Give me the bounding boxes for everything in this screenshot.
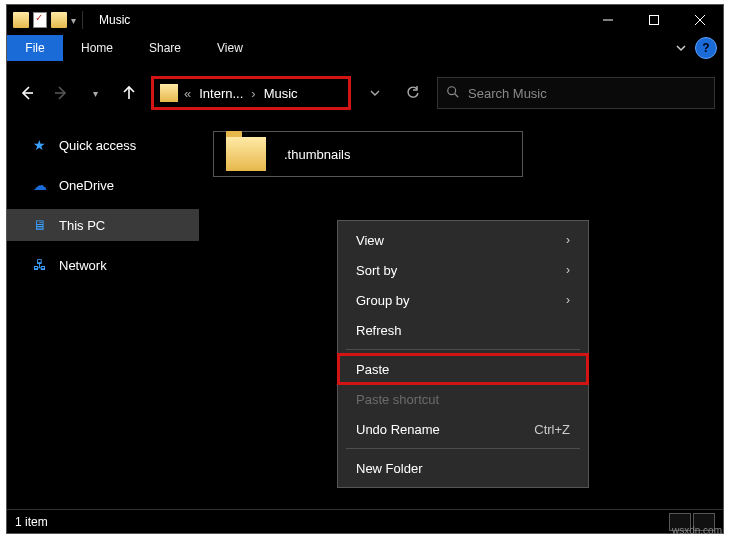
menu-group-by[interactable]: Group by › (338, 285, 588, 315)
folder-icon-small[interactable] (51, 12, 67, 28)
title-bar: ▾ Music (7, 5, 723, 35)
quick-access-toolbar: ▾ (7, 12, 76, 28)
chevron-right-icon: › (566, 263, 570, 277)
sidebar-item-quick-access[interactable]: ★ Quick access (7, 129, 199, 161)
menu-divider (346, 349, 580, 350)
chevron-right-icon: › (566, 233, 570, 247)
qat-dropdown-icon[interactable]: ▾ (71, 15, 76, 26)
folder-icon (160, 84, 178, 102)
breadcrumb-prefix: « (182, 86, 193, 101)
menu-label: New Folder (356, 461, 422, 476)
menu-refresh[interactable]: Refresh (338, 315, 588, 345)
maximize-button[interactable] (631, 5, 677, 35)
navigation-pane: ★ Quick access ☁ OneDrive 🖥 This PC 🖧 Ne… (7, 115, 199, 509)
menu-label: Sort by (356, 263, 397, 278)
search-icon (446, 85, 460, 102)
menu-label: Paste (356, 362, 389, 377)
menu-divider (346, 448, 580, 449)
address-bar[interactable]: « Intern... › Music (151, 76, 351, 110)
network-icon: 🖧 (33, 257, 49, 273)
forward-button[interactable] (49, 81, 73, 105)
menu-label: Group by (356, 293, 409, 308)
search-box[interactable]: Search Music (437, 77, 715, 109)
monitor-icon: 🖥 (33, 217, 49, 233)
menu-sort-by[interactable]: Sort by › (338, 255, 588, 285)
svg-rect-1 (650, 16, 659, 25)
context-menu: View › Sort by › Group by › Refresh Past… (337, 220, 589, 488)
ribbon-tabs: File Home Share View ? (7, 35, 723, 61)
sidebar-item-label: OneDrive (59, 178, 114, 193)
minimize-button[interactable] (585, 5, 631, 35)
menu-shortcut: Ctrl+Z (534, 422, 570, 437)
back-button[interactable] (15, 81, 39, 105)
home-tab[interactable]: Home (63, 35, 131, 61)
menu-undo-rename[interactable]: Undo Rename Ctrl+Z (338, 414, 588, 444)
close-button[interactable] (677, 5, 723, 35)
menu-label: Paste shortcut (356, 392, 439, 407)
file-explorer-window: ▾ Music File Home Share View ? (6, 4, 724, 534)
recent-dropdown-icon[interactable]: ▾ (83, 81, 107, 105)
watermark: wsxdn.com (672, 525, 722, 536)
help-button[interactable]: ? (695, 37, 717, 59)
share-tab[interactable]: Share (131, 35, 199, 61)
view-tab[interactable]: View (199, 35, 261, 61)
window-title: Music (99, 13, 130, 27)
folder-label: .thumbnails (284, 147, 350, 162)
menu-label: Undo Rename (356, 422, 440, 437)
up-button[interactable] (117, 81, 141, 105)
search-placeholder: Search Music (468, 86, 547, 101)
menu-paste-shortcut: Paste shortcut (338, 384, 588, 414)
address-dropdown-icon[interactable] (361, 78, 389, 108)
chevron-right-icon: › (249, 86, 257, 101)
breadcrumb-parent[interactable]: Intern... (197, 84, 245, 103)
sidebar-item-network[interactable]: 🖧 Network (7, 249, 199, 281)
refresh-button[interactable] (399, 78, 427, 108)
breadcrumb-current[interactable]: Music (262, 84, 300, 103)
chevron-right-icon: › (566, 293, 570, 307)
sidebar-item-label: Network (59, 258, 107, 273)
ribbon-spacer (261, 35, 667, 61)
file-tab[interactable]: File (7, 35, 63, 61)
folder-icon (13, 12, 29, 28)
menu-label: View (356, 233, 384, 248)
sidebar-item-label: This PC (59, 218, 105, 233)
svg-point-7 (448, 86, 456, 94)
sidebar-item-onedrive[interactable]: ☁ OneDrive (7, 169, 199, 201)
folder-item[interactable]: .thumbnails (213, 131, 523, 177)
window-controls (585, 5, 723, 35)
menu-paste[interactable]: Paste (338, 354, 588, 384)
item-count: 1 item (15, 515, 48, 529)
title-separator (82, 11, 83, 29)
menu-label: Refresh (356, 323, 402, 338)
folder-icon (226, 137, 266, 171)
svg-line-8 (455, 93, 459, 97)
properties-icon[interactable] (33, 12, 47, 28)
sidebar-item-label: Quick access (59, 138, 136, 153)
cloud-icon: ☁ (33, 177, 49, 193)
sidebar-item-this-pc[interactable]: 🖥 This PC (7, 209, 199, 241)
navigation-row: ▾ « Intern... › Music Search Music (7, 71, 723, 115)
menu-view[interactable]: View › (338, 225, 588, 255)
status-bar: 1 item (7, 509, 723, 533)
ribbon-collapse-icon[interactable] (667, 35, 695, 61)
star-icon: ★ (33, 137, 49, 153)
menu-new-folder[interactable]: New Folder (338, 453, 588, 483)
